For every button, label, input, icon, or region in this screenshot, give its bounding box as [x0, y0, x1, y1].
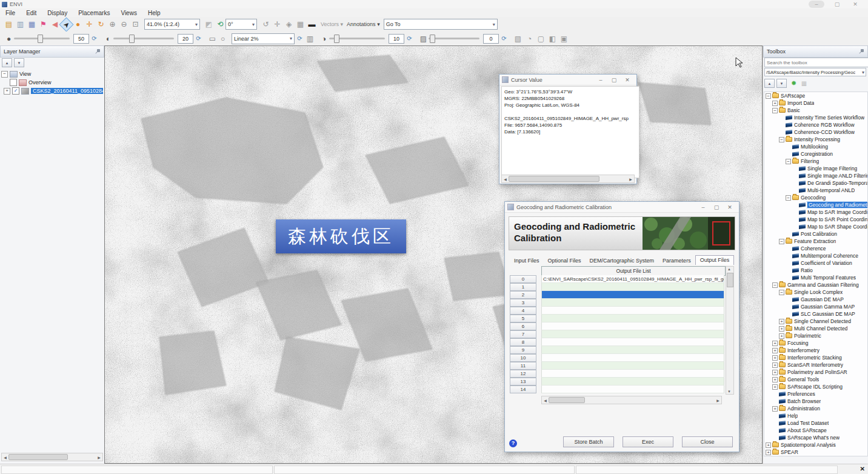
toolbox-item-single-image-filtering[interactable]: Single Image Filtering: [764, 165, 867, 172]
output-file-cell[interactable]: [541, 330, 724, 338]
toolbox-item-single-channel-detected[interactable]: +Single Channel Detected: [764, 318, 867, 325]
expander-icon[interactable]: +: [772, 377, 778, 382]
transparency-value[interactable]: 0: [483, 34, 499, 44]
scroll-right-icon[interactable]: ▶: [96, 454, 102, 460]
output-file-cell[interactable]: C:\ENVI_SARscape\CSKS2_20160411_09510284…: [541, 275, 724, 283]
minimize-button[interactable]: –: [696, 204, 710, 210]
output-file-cell[interactable]: [541, 307, 724, 315]
toolbox-item-general-tools[interactable]: +General Tools: [764, 376, 867, 383]
annotations-menu[interactable]: Annotations ▾: [347, 21, 380, 27]
fixed-zoom-icon[interactable]: ◩: [204, 19, 214, 30]
toolbox-item-spatiotemporal-analysis[interactable]: +Spatiotemporal Analysis: [764, 441, 867, 449]
toolbox-path-combo[interactable]: /SARscape/Basic/Intensity Processing/Geo…: [764, 68, 866, 76]
measurement-icon[interactable]: ▬: [307, 19, 317, 30]
layer-tree-layer-row[interactable]: + ✓ CSKS2_20160411_095102849: [1, 87, 103, 95]
layer-checkbox[interactable]: ✓: [12, 87, 19, 95]
toolbox-item-sarscape-idl-scripting[interactable]: +SARscape IDL Scripting: [764, 383, 867, 390]
pin-icon[interactable]: [95, 48, 101, 55]
expander-icon[interactable]: +: [779, 326, 784, 332]
full-stretch-icon[interactable]: ▣: [559, 33, 569, 44]
tab-input-files[interactable]: Input Files: [510, 256, 544, 265]
toolbox-item-feature-extraction[interactable]: −Feature Extraction: [764, 238, 867, 245]
toolbox-item-preferences[interactable]: Preferences: [764, 390, 867, 398]
toolbox-item-coherence-ccd-workflow[interactable]: Coherence-CCD Workflow: [764, 129, 867, 136]
toolbox-item-multi-channel-detected[interactable]: +Multi Channel Detected: [764, 325, 867, 332]
fly-icon[interactable]: ✛: [84, 19, 95, 30]
zoom-in-icon[interactable]: ⊕: [107, 19, 118, 30]
scroll-up-icon[interactable]: ▲: [726, 267, 732, 271]
toolbox-item-filtering[interactable]: −Filtering: [764, 158, 867, 165]
geocoding-dialog[interactable]: Geocoding and Radiometric Calibration – …: [504, 201, 739, 452]
scroll-left-icon[interactable]: ◀: [502, 176, 509, 182]
sharpen-slider[interactable]: [329, 38, 385, 39]
expander-icon[interactable]: −: [779, 239, 784, 244]
toolbox-item-interferometric-stacking[interactable]: +Interferometric Stacking: [764, 354, 867, 361]
stretch-reset-icon[interactable]: ⟳: [295, 33, 305, 44]
expander-icon[interactable]: −: [779, 290, 784, 295]
toolbox-item-import-data[interactable]: +Import Data: [764, 99, 867, 107]
pan-icon[interactable]: ●: [73, 19, 83, 30]
table-hscrollbar[interactable]: ◀ ▶: [541, 396, 722, 404]
toolbox-item-administration[interactable]: +Administration: [764, 405, 867, 412]
toolbox-item-geocoding[interactable]: −Geocoding: [764, 194, 867, 201]
equalize-icon[interactable]: ▧: [513, 33, 523, 44]
scroll-left-icon[interactable]: ◀: [542, 397, 549, 403]
expander-icon[interactable]: −: [772, 108, 778, 113]
expander-icon[interactable]: −: [772, 282, 778, 288]
row-number[interactable]: 3: [510, 299, 536, 307]
toolbox-item-help[interactable]: Help: [764, 412, 867, 419]
row-number[interactable]: 0: [510, 275, 536, 283]
scroll-thumb[interactable]: [509, 176, 599, 182]
output-file-cell[interactable]: [541, 291, 724, 299]
toolbox-item-gaussian-gamma-map[interactable]: Gaussian Gamma MAP: [764, 303, 867, 310]
toolbox-item-gaussian-de-map[interactable]: Gaussian DE MAP: [764, 296, 867, 303]
stretch-circle-icon[interactable]: ○: [218, 33, 228, 44]
output-file-cell[interactable]: [541, 315, 724, 322]
chip-manager-icon[interactable]: ▦: [27, 19, 37, 30]
expander-icon[interactable]: +: [779, 333, 784, 339]
layer-manager-header[interactable]: Layer Manager: [0, 45, 104, 58]
select-cursor-icon[interactable]: ➤: [59, 17, 73, 32]
status-close-icon[interactable]: ✕: [860, 466, 865, 472]
store-batch-button[interactable]: Store Batch: [563, 436, 614, 447]
expander-icon[interactable]: +: [4, 88, 10, 95]
menu-help[interactable]: Help: [142, 10, 166, 16]
help-button[interactable]: ?: [509, 439, 517, 447]
maximize-button[interactable]: ▢: [710, 204, 723, 210]
brightness-reset-icon[interactable]: ⟳: [89, 33, 99, 44]
row-number[interactable]: 2: [510, 291, 536, 299]
stretch-type-combo[interactable]: Linear 2% ▾: [232, 33, 295, 44]
toolbox-item-multi-temporal-features[interactable]: Multi Temporal Features: [764, 274, 867, 281]
toolbox-item-sarscape[interactable]: −SARscape: [764, 92, 867, 99]
output-file-cell[interactable]: [541, 322, 724, 330]
toolbox-item-slc-gaussian-de-map[interactable]: SLC Gaussian DE MAP: [764, 310, 867, 318]
row-number[interactable]: 8: [510, 338, 536, 346]
expander-icon[interactable]: −: [786, 159, 791, 164]
toolbox-item-coregistration[interactable]: Coregistration: [764, 150, 867, 158]
toolbox-item-coefficient-of-variation[interactable]: Coefficient of Variation: [764, 259, 867, 267]
output-file-cell[interactable]: [541, 346, 724, 354]
toolbox-item-single-image-anld-filtering[interactable]: Single Image ANLD Filtering: [764, 172, 867, 179]
scroll-thumb[interactable]: [549, 397, 585, 403]
menu-display[interactable]: Display: [42, 10, 73, 16]
toolbox-item-de-grandi-spatio-temporal-filtering[interactable]: De Grandi Spatio-Temporal Filtering: [764, 179, 867, 187]
data-manager-icon[interactable]: ▥: [15, 19, 25, 30]
layer-tree-view-row[interactable]: − View: [1, 70, 103, 78]
collapse-all-button[interactable]: ▲: [764, 79, 775, 88]
toolbox-item-gamma-and-gaussian-filtering[interactable]: −Gamma and Gaussian Filtering: [764, 281, 867, 289]
toolbox-item-basic[interactable]: −Basic: [764, 107, 867, 114]
close-button[interactable]: Close: [682, 436, 733, 447]
maximize-button[interactable]: ▢: [829, 1, 845, 8]
minimize-button[interactable]: –: [809, 1, 824, 8]
histogram-icon[interactable]: ▥: [305, 33, 315, 44]
pin-icon[interactable]: [858, 48, 864, 55]
toolbox-item-batch-browser[interactable]: Batch Browser: [764, 398, 867, 405]
output-file-cell[interactable]: [541, 362, 724, 370]
menu-placemarks[interactable]: Placemarks: [73, 10, 115, 16]
orbit-icon[interactable]: ↻: [96, 19, 106, 30]
tab-dem-cartographic-system[interactable]: DEM/Cartographic System: [586, 256, 659, 265]
row-number[interactable]: 12: [510, 370, 536, 378]
toolbox-search-input[interactable]: [764, 58, 868, 67]
table-vscrollbar[interactable]: ▲ ▼: [726, 266, 734, 395]
output-file-cell[interactable]: [541, 299, 724, 307]
